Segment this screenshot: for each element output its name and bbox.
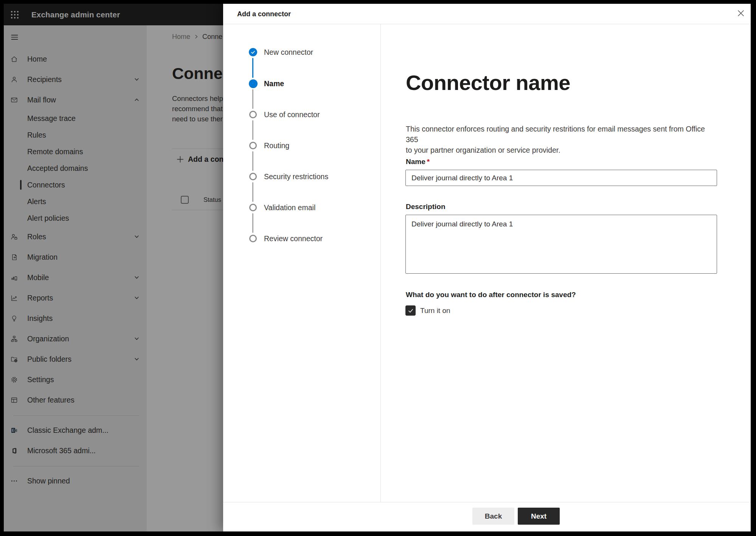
- wizard-step-security-restrictions: Security restrictions: [248, 171, 328, 182]
- close-icon: [737, 9, 745, 17]
- wizard-step-use-of-connector: Use of connector: [248, 109, 320, 120]
- step-connector-line: [252, 213, 253, 233]
- step-connector-line: [252, 182, 253, 202]
- step-label: Name: [264, 79, 284, 88]
- required-asterisk: *: [427, 158, 430, 166]
- back-button[interactable]: Back: [472, 508, 514, 525]
- turn-it-on-row: Turn it on: [405, 305, 450, 316]
- step-connector-line: [252, 151, 253, 171]
- content-description-line: to your partner organization or service …: [406, 145, 714, 155]
- add-connector-dialog: Add a connector New connector Name: [223, 4, 751, 531]
- content-heading: Connector name: [406, 70, 570, 95]
- step-label: Use of connector: [264, 110, 320, 119]
- step-connector-line: [252, 89, 253, 109]
- step-connector-line: [252, 58, 253, 78]
- step-connector-line: [252, 120, 253, 140]
- dialog-header: Add a connector: [223, 4, 751, 24]
- name-field-label: Name*: [406, 158, 430, 166]
- turn-it-on-checkbox[interactable]: [405, 305, 416, 316]
- wizard-step-validation-email: Validation email: [248, 202, 315, 213]
- step-circle-icon: [248, 203, 258, 212]
- checkmark-icon: [408, 308, 414, 314]
- description-textarea[interactable]: Deliver journal directly to Area 1: [405, 215, 717, 274]
- step-label: New connector: [264, 48, 313, 57]
- next-button[interactable]: Next: [518, 508, 560, 525]
- dialog-title: Add a connector: [237, 4, 291, 24]
- content-description: This connector enforces routing and secu…: [406, 124, 714, 155]
- app-window: Exchange admin center Home Recipients: [4, 4, 751, 531]
- step-circle-icon: [248, 110, 258, 119]
- wizard-content-divider: [380, 24, 381, 502]
- name-input[interactable]: [405, 170, 717, 186]
- step-label: Routing: [264, 141, 289, 150]
- wizard-step-review-connector: Review connector: [248, 233, 323, 244]
- wizard-step-routing: Routing: [248, 140, 289, 151]
- content-description-line: This connector enforces routing and secu…: [406, 124, 714, 145]
- turn-it-on-label[interactable]: Turn it on: [420, 307, 450, 315]
- footer-divider: [223, 502, 751, 502]
- step-label: Validation email: [264, 203, 315, 212]
- after-save-question: What do you want to do after connector i…: [406, 291, 576, 299]
- wizard-step-new-connector[interactable]: New connector: [248, 46, 313, 58]
- step-completed-icon: [248, 48, 258, 57]
- wizard-step-name[interactable]: Name: [248, 78, 284, 89]
- step-circle-icon: [248, 141, 258, 150]
- step-label: Review connector: [264, 234, 323, 243]
- step-current-dot: [248, 79, 258, 88]
- close-button[interactable]: [734, 7, 747, 20]
- step-circle-icon: [248, 172, 258, 181]
- description-field-label: Description: [406, 203, 446, 211]
- step-circle-icon: [248, 234, 258, 243]
- name-label-text: Name: [406, 158, 425, 166]
- step-label: Security restrictions: [264, 172, 328, 181]
